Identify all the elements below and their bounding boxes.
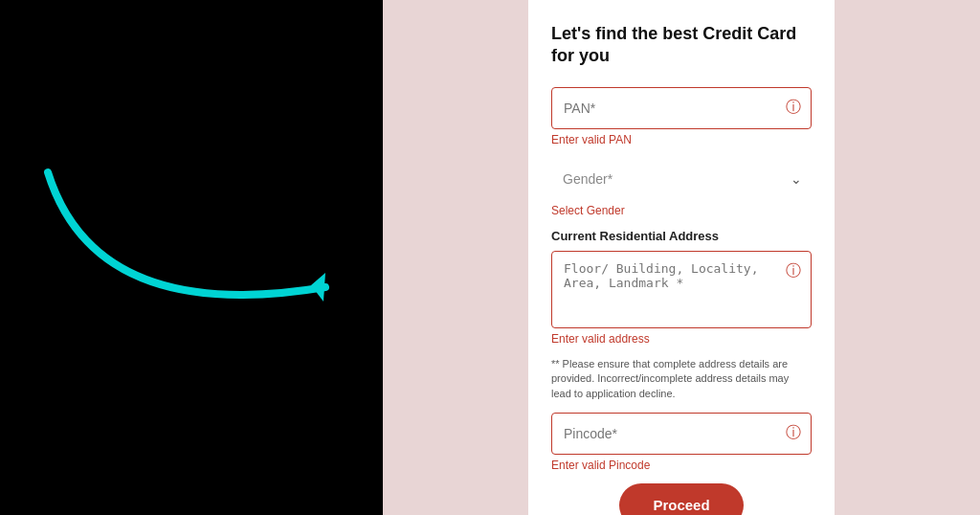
svg-marker-0 [311, 273, 325, 302]
address-group: Current Residential Address ⓘ Enter vali… [551, 229, 812, 401]
left-panel [0, 0, 383, 515]
address-disclaimer: ** Please ensure that complete address d… [551, 357, 812, 401]
form-card: Let's find the best Credit Card for you … [528, 0, 835, 515]
address-label: Current Residential Address [551, 229, 812, 243]
arrow-decoration [19, 153, 364, 345]
address-textarea-wrapper[interactable]: ⓘ [551, 251, 812, 328]
pincode-info-icon: ⓘ [786, 423, 801, 443]
address-input[interactable] [564, 261, 776, 314]
gender-placeholder: Gender* [563, 171, 612, 187]
gender-group: Gender* ⌄ Select Gender [551, 158, 812, 217]
chevron-down-icon: ⌄ [791, 171, 802, 187]
pan-error: Enter valid PAN [551, 133, 812, 146]
address-info-icon: ⓘ [786, 261, 801, 281]
pan-group: ⓘ Enter valid PAN [551, 87, 812, 146]
address-error: Enter valid address [551, 332, 812, 346]
pan-input-wrapper[interactable]: ⓘ [551, 87, 812, 129]
pincode-input[interactable] [564, 426, 776, 441]
page-title: Let's find the best Credit Card for you [551, 23, 812, 68]
pincode-group: ⓘ Enter valid Pincode [551, 413, 812, 472]
proceed-button[interactable]: Proceed [619, 483, 744, 515]
gender-select-wrapper[interactable]: Gender* ⌄ [551, 158, 812, 200]
pan-input[interactable] [564, 101, 776, 116]
gender-error: Select Gender [551, 204, 812, 217]
right-panel: Let's find the best Credit Card for you … [383, 0, 980, 515]
pincode-input-wrapper[interactable]: ⓘ [551, 413, 812, 455]
pincode-error: Enter valid Pincode [551, 459, 812, 472]
pan-info-icon: ⓘ [786, 98, 801, 118]
